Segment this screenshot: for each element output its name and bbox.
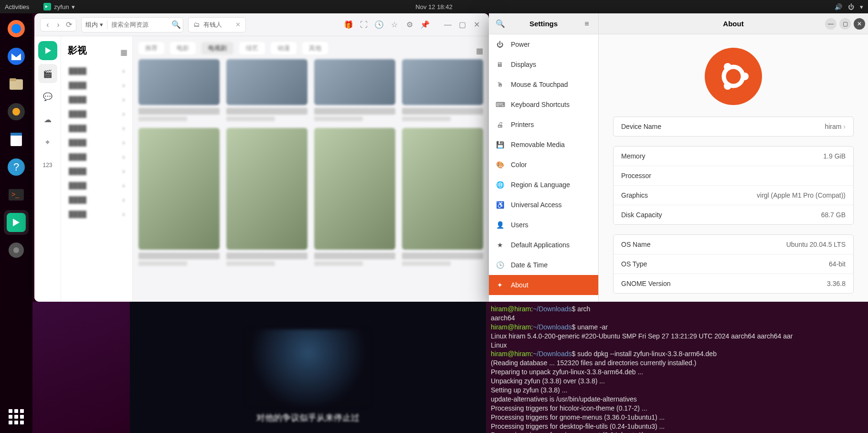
filter-tab[interactable]: 动漫 xyxy=(271,42,296,54)
close-button[interactable]: ✕ xyxy=(854,18,865,30)
star-icon[interactable]: ☆ xyxy=(388,18,401,32)
filter-tab[interactable]: 电影 xyxy=(170,42,196,54)
category-item[interactable]: ████ › xyxy=(66,164,127,178)
back-button[interactable]: ‹ xyxy=(43,21,52,29)
filter-tab[interactable]: 推荐 xyxy=(138,42,164,54)
media-card[interactable] xyxy=(402,59,483,121)
settings-item-date-time[interactable]: 🕒Date & Time xyxy=(489,255,598,275)
dock-thunderbird[interactable] xyxy=(4,44,29,69)
row-value: 1.9 GiB xyxy=(823,152,846,160)
close-button[interactable]: ✕ xyxy=(470,18,483,32)
dock-firefox[interactable] xyxy=(4,16,29,41)
minimize-button[interactable]: — xyxy=(441,18,455,32)
media-card[interactable] xyxy=(314,128,395,266)
terminal[interactable]: hiram@hiram:~/Downloads$ archaarch64hira… xyxy=(486,302,868,433)
category-item[interactable]: ████ › xyxy=(66,92,127,106)
settings-item-printers[interactable]: 🖨Printers xyxy=(489,115,598,135)
close-tab-icon[interactable]: ✕ xyxy=(235,21,241,28)
show-applications-button[interactable] xyxy=(7,407,26,426)
gear-icon[interactable]: ⚙ xyxy=(403,18,416,32)
settings-item-keyboard-shortcuts[interactable]: ⌨Keyboard Shortcuts xyxy=(489,95,598,115)
reload-button[interactable]: ⟳ xyxy=(64,21,73,29)
settings-item-mouse-touchpad[interactable]: 🖱Mouse & Touchpad xyxy=(489,74,598,95)
maximize-button[interactable]: ▢ xyxy=(839,18,851,30)
filter-tab[interactable]: 其他 xyxy=(302,42,328,54)
category-item[interactable]: ████ › xyxy=(66,63,127,78)
settings-main: About — ▢ ✕ Device Name hiram › Memory1.… xyxy=(599,13,868,302)
pin-icon[interactable]: 📌 xyxy=(418,18,432,32)
dock-files[interactable] xyxy=(4,72,29,96)
category-item[interactable]: ████ › xyxy=(66,121,127,135)
category-item[interactable]: ████ › xyxy=(66,149,127,164)
minimize-button[interactable]: — xyxy=(825,18,836,30)
search-icon[interactable]: 🔍 xyxy=(494,19,507,28)
filter-tab[interactable]: 综艺 xyxy=(239,42,265,54)
media-card[interactable] xyxy=(138,59,220,121)
media-card[interactable] xyxy=(226,128,307,266)
rail-focus-icon[interactable]: ⌖ xyxy=(38,133,57,152)
dock-terminal[interactable]: >_ xyxy=(4,182,29,207)
settings-item-about[interactable]: ✦About xyxy=(489,275,598,295)
zyfun-logo-icon[interactable] xyxy=(38,41,57,60)
media-card[interactable] xyxy=(226,59,307,121)
category-item[interactable]: ████ › xyxy=(66,192,127,207)
rail-chat-icon[interactable]: 💬 xyxy=(38,87,57,106)
settings-item-displays[interactable]: 🖥Displays xyxy=(489,54,598,74)
category-item[interactable]: ████ › xyxy=(66,178,127,192)
scan-icon[interactable]: ⛶ xyxy=(357,18,370,32)
dock-rhythmbox[interactable] xyxy=(4,99,29,124)
gift-icon[interactable]: 🎁 xyxy=(342,18,355,32)
media-card[interactable] xyxy=(402,128,483,266)
toolbar: 🎁 ⛶ 🕓 ☆ ⚙ 📌 xyxy=(342,18,432,32)
search-input[interactable] xyxy=(107,21,169,28)
category-item[interactable]: ████ › xyxy=(66,135,127,149)
video-player[interactable]: 对他的争议似乎从来停止过 xyxy=(130,302,486,433)
settings-item-default-applications[interactable]: ★Default Applications xyxy=(489,235,598,255)
settings-item-universal-access[interactable]: ♿Universal Access xyxy=(489,195,598,215)
forward-button[interactable]: › xyxy=(54,21,63,29)
dock-settings[interactable] xyxy=(4,238,29,263)
page-title: About xyxy=(723,20,743,28)
device-name-row[interactable]: Device Name hiram › xyxy=(614,117,853,136)
info-row: Graphicsvirgl (Apple M1 Pro (Compat)) xyxy=(614,186,853,205)
device-panel: Device Name hiram › xyxy=(613,116,854,137)
media-card[interactable] xyxy=(314,59,395,121)
settings-item-power[interactable]: ⏻Power xyxy=(489,34,598,54)
row-value: virgl (Apple M1 Pro (Compat)) xyxy=(757,191,846,199)
tab-item[interactable]: 🗂 有钱人 ✕ xyxy=(188,17,246,32)
layout-icon[interactable]: ▦ xyxy=(120,48,127,57)
grid-toggle-icon[interactable]: ▦ xyxy=(476,46,483,55)
maximize-button[interactable]: ▢ xyxy=(455,18,469,32)
app-menu-label: zyfun xyxy=(54,3,69,11)
dock-help[interactable]: ? xyxy=(4,155,29,180)
category-item[interactable]: ████ › xyxy=(66,78,127,92)
media-card[interactable] xyxy=(138,128,220,266)
rail-123-icon[interactable]: 123 xyxy=(38,156,57,175)
dock-zyfun[interactable] xyxy=(4,210,29,235)
app-menu[interactable]: zyfun ▾ xyxy=(43,3,75,11)
settings-item-color[interactable]: 🎨Color xyxy=(489,155,598,175)
row-value: 64-bit xyxy=(829,260,846,268)
settings-item-label: Users xyxy=(511,221,529,229)
search-box: 组内▾ 🔍 xyxy=(81,17,183,32)
menu-icon[interactable]: ≡ xyxy=(580,20,593,28)
filter-tab[interactable]: 电视剧 xyxy=(201,42,233,54)
power-icon[interactable]: ⏻ xyxy=(848,3,854,11)
nav-group: ‹ › ⟳ xyxy=(40,18,76,32)
rail-cloud-icon[interactable]: ☁ xyxy=(38,110,57,129)
clock[interactable]: Nov 12 18:42 xyxy=(415,3,452,11)
settings-item-removable-media[interactable]: 💾Removable Media xyxy=(489,135,598,155)
activities-button[interactable]: Activities xyxy=(5,3,29,11)
category-item[interactable]: ████ › xyxy=(66,207,127,221)
search-icon[interactable]: 🔍 xyxy=(169,20,183,29)
history-icon[interactable]: 🕓 xyxy=(372,18,386,32)
volume-icon[interactable]: 🔊 xyxy=(835,3,842,11)
dock-writer[interactable] xyxy=(4,127,29,152)
category-item[interactable]: ████ › xyxy=(66,106,127,121)
scope-selector[interactable]: 组内▾ xyxy=(82,21,107,29)
os-panel: OS NameUbuntu 20.04.5 LTSOS Type64-bitGN… xyxy=(613,234,854,294)
settings-item-region-language[interactable]: 🌐Region & Language xyxy=(489,175,598,195)
rail-video-icon[interactable]: 🎬 xyxy=(38,64,57,83)
settings-item-users[interactable]: 👤Users xyxy=(489,215,598,235)
chevron-down-icon[interactable]: ▾ xyxy=(860,3,863,11)
